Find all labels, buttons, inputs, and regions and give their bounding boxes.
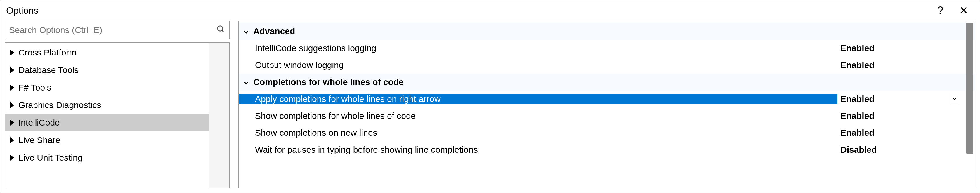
titlebar: Options ? ✕ — [0, 0, 980, 21]
property-row[interactable]: Show completions for whole lines of code… — [239, 108, 975, 124]
search-input[interactable] — [9, 25, 216, 35]
tree-item-label: Database Tools — [18, 65, 79, 75]
tree-item[interactable]: F# Tools — [5, 79, 209, 96]
window-title: Options — [6, 5, 38, 16]
property-row[interactable]: Output window loggingEnabled — [239, 57, 975, 74]
expand-icon[interactable] — [10, 50, 14, 55]
expand-icon[interactable] — [10, 155, 14, 161]
search-box[interactable] — [5, 21, 229, 40]
tree-item-label: Live Share — [18, 135, 60, 145]
category-tree: Cross PlatformDatabase ToolsF# ToolsGrap… — [5, 42, 229, 188]
expand-icon[interactable] — [10, 102, 14, 108]
tree-item-label: Live Unit Testing — [18, 153, 83, 163]
property-value[interactable]: Enabled — [837, 60, 975, 70]
property-label: Output window logging — [239, 60, 837, 70]
chevron-down-icon — [243, 79, 250, 85]
tree-item[interactable]: IntelliCode — [5, 114, 209, 131]
property-value-text: Enabled — [840, 60, 975, 70]
main-area: Cross PlatformDatabase ToolsF# ToolsGrap… — [0, 21, 980, 193]
expand-icon[interactable] — [10, 120, 14, 125]
property-label: IntelliCode suggestions logging — [239, 43, 837, 53]
left-pane: Cross PlatformDatabase ToolsF# ToolsGrap… — [5, 21, 229, 188]
property-value[interactable]: Enabled — [837, 43, 975, 53]
tree-item[interactable]: Cross Platform — [5, 44, 209, 61]
property-row[interactable]: Apply completions for whole lines on rig… — [239, 90, 975, 108]
property-value-text: Enabled — [840, 94, 949, 104]
svg-point-0 — [218, 26, 223, 31]
tree-item[interactable]: Graphics Diagnostics — [5, 96, 209, 114]
tree-item-label: F# Tools — [18, 82, 51, 93]
property-row[interactable]: Wait for pauses in typing before showing… — [239, 141, 975, 158]
expand-icon[interactable] — [10, 85, 14, 90]
property-label: Show completions on new lines — [239, 128, 837, 138]
property-value[interactable]: Enabled — [837, 128, 975, 138]
property-value-text: Disabled — [840, 145, 975, 155]
property-row[interactable]: IntelliCode suggestions loggingEnabled — [239, 40, 975, 57]
tree-item-label: Graphics Diagnostics — [18, 100, 101, 110]
help-button[interactable]: ? — [930, 3, 950, 18]
scrollbar-thumb[interactable] — [966, 23, 973, 153]
property-label: Apply completions for whole lines on rig… — [239, 94, 837, 104]
expand-icon[interactable] — [10, 67, 14, 73]
tree-item[interactable]: Database Tools — [5, 61, 209, 79]
tree-item[interactable]: Live Share — [5, 131, 209, 149]
expand-icon[interactable] — [10, 137, 14, 143]
property-value-text: Enabled — [840, 128, 975, 138]
category-header[interactable]: Advanced — [239, 23, 975, 40]
chevron-down-icon — [243, 28, 250, 35]
svg-line-1 — [222, 30, 224, 32]
property-value[interactable]: Enabled — [837, 111, 975, 121]
property-value-text: Enabled — [840, 43, 975, 53]
search-icon — [216, 25, 225, 36]
property-grid: AdvancedIntelliCode suggestions loggingE… — [239, 21, 975, 188]
property-label: Wait for pauses in typing before showing… — [239, 145, 837, 155]
tree-item[interactable]: Live Unit Testing — [5, 149, 209, 166]
tree-item-label: Cross Platform — [18, 47, 76, 57]
tree-scrollbar[interactable] — [209, 43, 229, 188]
property-value-text: Enabled — [840, 111, 975, 121]
category-name: Completions for whole lines of code — [253, 77, 404, 87]
property-value[interactable]: Disabled — [837, 145, 975, 155]
property-value[interactable]: Enabled — [837, 93, 975, 105]
property-row[interactable]: Show completions on new linesEnabled — [239, 124, 975, 141]
category-name: Advanced — [253, 26, 295, 36]
close-button[interactable]: ✕ — [953, 3, 974, 18]
dropdown-button[interactable] — [949, 93, 961, 105]
category-header[interactable]: Completions for whole lines of code — [239, 74, 975, 90]
grid-scrollbar[interactable] — [966, 23, 973, 186]
tree-item-label: IntelliCode — [18, 118, 60, 128]
property-label: Show completions for whole lines of code — [239, 111, 837, 121]
